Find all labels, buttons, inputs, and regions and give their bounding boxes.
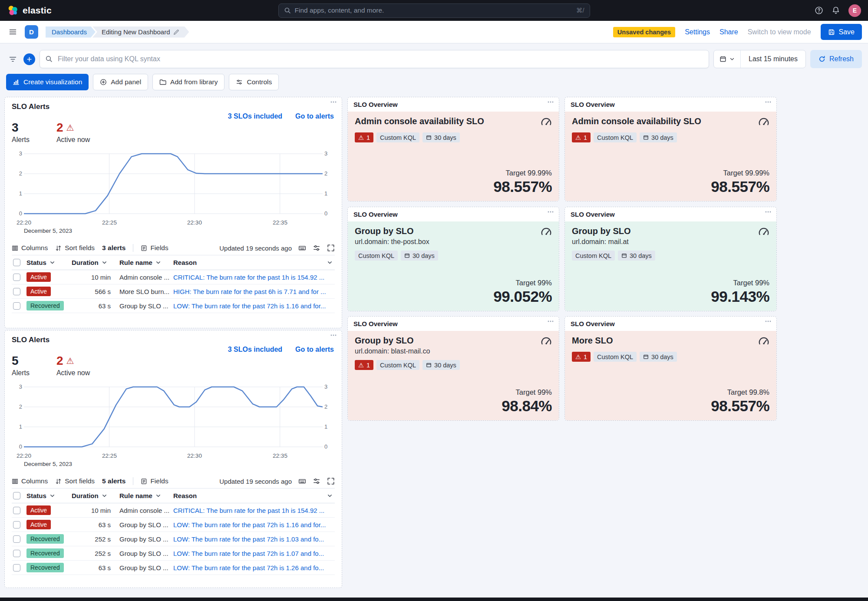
panel-header-title: SLO Overview [348,207,559,220]
refresh-button[interactable]: Refresh [810,50,862,68]
column-header-duration[interactable]: Duration [72,492,119,499]
fullscreen-icon[interactable] [327,244,335,252]
column-header-duration[interactable]: Duration [72,259,119,266]
global-search-input[interactable] [295,7,572,14]
row-checkbox[interactable] [13,521,20,528]
switch-view-mode-button[interactable]: Switch to view mode [748,28,811,36]
slo-overview-panel: SLO Overview Group by SLO url.domain: th… [347,207,559,311]
rule-name-cell: Group by SLO ... [119,521,173,528]
column-header-reason[interactable]: Reason [173,259,335,266]
keyboard-shortcuts-icon[interactable] [298,477,306,485]
alerts-stats: 3 Alerts 2 ⚠ Active now [12,121,335,144]
reason-link[interactable]: LOW: The burn rate for the past 72h is 1… [173,521,335,528]
go-to-alerts-link[interactable]: Go to alerts [295,346,334,353]
rule-name-cell: Admin console ... [119,507,173,514]
row-checkbox[interactable] [13,288,20,295]
panel-options-button[interactable] [763,319,773,324]
elastic-brand[interactable]: elastic [7,5,52,16]
gauge-icon [541,336,552,347]
chevron-down-icon [50,493,55,499]
plus-in-circle-icon [100,79,107,86]
fullscreen-icon[interactable] [327,477,335,485]
panel-options-button[interactable] [329,99,338,105]
row-checkbox[interactable] [13,564,20,571]
save-button[interactable]: Save [821,24,862,40]
status-badge: Active [26,272,51,282]
slo-subtitle: url.domain: blast-mail.co [355,347,430,355]
global-search[interactable]: ⌘/ [278,3,590,18]
column-header-status[interactable]: Status [26,259,72,266]
panel-options-button[interactable] [329,333,338,338]
create-visualization-label: Create visualization [23,78,82,86]
columns-button[interactable]: Columns [12,477,48,485]
panel-options-button[interactable] [546,209,555,215]
panel-options-button[interactable] [763,209,773,215]
notifications-icon[interactable] [832,6,840,15]
select-all-checkbox[interactable] [13,259,20,266]
row-checkbox[interactable] [13,274,20,281]
slos-included-link[interactable]: 3 SLOs included [228,112,282,120]
keyboard-shortcuts-icon[interactable] [298,244,306,252]
filter-icon[interactable] [6,51,19,67]
slos-included-link[interactable]: 3 SLOs included [228,346,282,353]
panel-title: SLO Alerts [12,336,335,344]
sort-fields-button[interactable]: Sort fields [55,477,95,485]
slo-title: More SLO [572,336,613,346]
slo-overview-panel: SLO Overview Admin console availability … [347,97,559,201]
row-checkbox[interactable] [13,507,20,514]
column-header-status[interactable]: Status [26,492,72,499]
display-options-icon[interactable] [313,477,320,485]
duration-cell: 566 s [72,288,119,295]
table-body: Active 10 min Admin console ... CRITICAL… [12,503,335,575]
column-header-rule-name[interactable]: Rule name [119,492,173,499]
go-to-alerts-link[interactable]: Go to alerts [295,112,334,120]
row-checkbox[interactable] [13,535,20,543]
panel-options-button[interactable] [763,99,773,105]
fields-button[interactable]: Fields [141,477,168,485]
reason-link[interactable]: CRITICAL: The burn rate for the past 1h … [173,507,335,514]
reason-link[interactable]: LOW: The burn rate for the past 72h is 1… [173,302,335,310]
reason-link[interactable]: CRITICAL: The burn rate for the past 1h … [173,274,335,281]
table-header: Status Duration Rule name Reason [12,255,335,270]
panel-options-button[interactable] [546,319,555,324]
help-icon[interactable] [815,6,823,15]
controls-button[interactable]: Controls [229,74,279,90]
breadcrumb-current[interactable]: Editing New Dashboard [92,26,189,38]
space-badge[interactable]: D [25,25,38,39]
fields-button[interactable]: Fields [141,244,168,252]
duration-cell: 252 s [72,550,119,557]
column-header-rule-name[interactable]: Rule name [119,259,173,266]
create-visualization-button[interactable]: Create visualization [6,74,89,90]
columns-button[interactable]: Columns [12,244,48,252]
display-options-icon[interactable] [313,244,320,252]
panel-options-button[interactable] [546,99,555,105]
table-body: Active 10 min Admin console ... CRITICAL… [12,270,335,313]
reason-link[interactable]: LOW: The burn rate for the past 72h is 1… [173,535,335,543]
breadcrumb-dashboards[interactable]: Dashboards [46,26,96,38]
select-all-checkbox[interactable] [13,492,20,499]
column-header-reason[interactable]: Reason [173,492,335,499]
menu-icon[interactable] [6,26,19,39]
reason-link[interactable]: HIGH: The burn rate for the past 6h is 7… [173,288,335,295]
row-checkbox[interactable] [13,550,20,557]
add-from-library-button[interactable]: Add from library [152,74,224,90]
settings-button[interactable]: Settings [685,28,710,36]
custom-kql-badge: Custom KQL [594,132,637,142]
columns-icon [12,478,18,485]
custom-kql-badge: Custom KQL [594,352,637,362]
reason-link[interactable]: LOW: The burn rate for the past 72h is 1… [173,550,335,557]
row-checkbox[interactable] [13,302,20,310]
user-avatar[interactable]: E [848,4,861,17]
share-button[interactable]: Share [719,28,738,36]
sort-fields-button[interactable]: Sort fields [55,244,95,252]
slo-value: 98.557% [355,178,552,195]
time-window-badge: 30 days [401,251,438,261]
time-range-value[interactable]: Last 15 minutes [741,55,805,63]
custom-kql-badge: Custom KQL [572,251,615,261]
reason-link[interactable]: LOW: The burn rate for the past 72h is 1… [173,564,335,571]
add-filter-button[interactable] [23,53,35,65]
time-range-picker: Last 15 minutes [713,50,806,68]
calendar-dropdown-button[interactable] [714,50,741,68]
add-panel-button[interactable]: Add panel [93,74,148,90]
kql-input[interactable] [40,50,709,68]
